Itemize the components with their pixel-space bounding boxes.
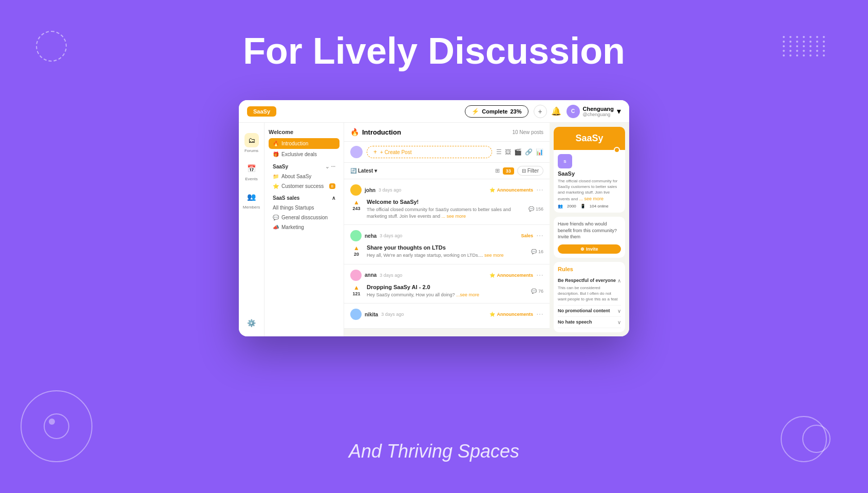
upvote-neha[interactable]: ▲ [353,244,360,252]
invite-button[interactable]: ⊕ Invite [558,244,621,254]
user-menu[interactable]: C Chenguang @chenguang ▾ [567,105,621,118]
author-john: john [365,187,375,193]
rule-header-1[interactable]: No promotional content ∨ [558,308,621,314]
page-subtitle: And Thriving Spaces [0,441,868,462]
add-button[interactable]: + [534,105,547,118]
post-item-anna: anna 3 days ago ⭐ Announcements ⋯ ▲ 121 … [344,264,550,304]
latest-label: Latest [358,168,373,174]
post-title-john: Welcome to SaaSy! [367,199,524,205]
sidebar: Welcome 🔥 Introduction 🎁 Exclusive deals… [265,123,344,336]
chevron-icon[interactable]: ⌄ [325,164,329,169]
events-icon: 📅 [244,161,259,176]
members-count: 2000 [567,204,576,208]
create-post-label: + Create Post [380,149,411,155]
sidebar-item-members[interactable]: 👥 Members [239,185,264,214]
navbar-brand: SaaSy [247,106,276,117]
community-avatar-area: S [554,150,625,170]
rule-header-2[interactable]: No hate speech ∨ [558,319,621,325]
sidebar-item-events[interactable]: 📅 Events [239,157,264,185]
post-menu-john[interactable]: ⋯ [536,186,543,194]
community-see-more[interactable]: ... see more [579,196,603,201]
votes-neha: ▲ 20 [350,244,363,259]
time-neha: 3 days ago [380,233,402,238]
upvote-john[interactable]: ▲ [353,199,360,206]
intro-icon: 🔥 [273,141,279,146]
saasy-section-title: SaaSy [273,164,288,169]
customer-success-link[interactable]: ⭐ Customer success 8 [269,181,339,191]
link-icon[interactable]: 🔗 [525,148,533,156]
sidebar-exclusive[interactable]: 🎁 Exclusive deals [269,149,339,160]
marketing-link[interactable]: 📣 Marketing [269,222,339,232]
sidebar-item-forums[interactable]: 🗂 Forums [239,129,264,157]
invite-card: Have friends who would benefit from this… [554,217,625,258]
about-saasy-link[interactable]: 📁 About SaaSy [269,172,339,181]
tag-icon-john: ⭐ [489,187,495,193]
latest-button[interactable]: 🔄 Latest ▾ [350,168,377,174]
author-anna: anna [365,272,376,278]
post-menu-anna[interactable]: ⋯ [536,271,543,279]
marketing-icon: 📣 [273,224,279,230]
list-icon[interactable]: ☰ [496,148,502,156]
app-window: SaaSy ⚡ Complete 23% + 🔔 C Chenguang @ch… [239,100,629,336]
upvote-anna[interactable]: ▲ [353,284,360,291]
post-meta-anna: anna 3 days ago ⭐ Announcements ⋯ [350,270,543,281]
post-title-neha: Share your thoughts on LTDs [367,244,527,251]
rule-header-0[interactable]: Be Respectful of everyone ∧ [558,278,621,283]
general-link[interactable]: 💬 General disscussion [269,213,339,222]
settings-icon[interactable]: ⚙️ [244,316,259,330]
author-neha: neha [365,233,376,239]
right-panel: SaaSy S SaaSy The official closed commun… [550,123,629,336]
video-icon[interactable]: 🎬 [514,148,522,156]
post-text-john: Welcome to SaaSy! The official closed co… [367,199,524,219]
rule-name-0: Be Respectful of everyone [558,278,616,283]
chevron-down: ▾ [374,168,377,174]
post-menu-neha[interactable]: ⋯ [536,232,543,240]
banner-dot [614,147,620,153]
rule-name-2: No hate speech [558,319,592,325]
rule-name-1: No promotional content [558,308,610,313]
tag-label-anna: Announcements [497,273,533,278]
community-banner: SaaSy [554,127,625,150]
post-excerpt-john: The official closed community for SaaSy … [367,206,524,219]
members-label: Members [243,205,260,210]
complete-button[interactable]: ⚡ Complete 23% [465,105,528,118]
image-icon[interactable]: 🖼 [505,148,511,156]
online-icon: 📱 [580,204,586,208]
comments-john: 💬 156 [529,199,543,219]
tag-nikita: ⭐ Announcements [489,312,533,317]
sidebar-intro[interactable]: 🔥 Introduction [269,138,339,149]
customer-success-badge: 8 [329,183,335,189]
author-nikita: nikita [365,312,378,317]
fire-icon: 🔥 [350,128,359,136]
see-more-neha[interactable]: see more [484,253,504,258]
chart-icon[interactable]: 📊 [536,148,543,156]
votes-anna: ▲ 121 [350,284,363,298]
general-label: General disscussion [281,215,328,220]
time-john: 3 days ago [379,187,401,193]
see-more-john[interactable]: ... see more [441,214,466,219]
grid-icon[interactable]: ⊞ [495,167,500,174]
events-label: Events [245,177,257,181]
more-icon[interactable]: ··· [331,164,335,169]
tag-anna: ⭐ Announcements [489,273,533,278]
rule-chevron-2: ∨ [617,319,621,325]
bell-icon[interactable]: 🔔 [551,106,561,116]
post-item-neha: neha 3 days ago Sales ⋯ ▲ 20 Share your … [344,225,550,264]
tag-label-nikita: Announcements [497,312,533,317]
filter-button[interactable]: ⊟ Filter [517,166,543,176]
community-banner-title: SaaSy [575,133,603,144]
post-meta-neha: neha 3 days ago Sales ⋯ [350,230,543,241]
sales-section: SaaS sales ∧ [269,191,339,203]
filter-count: 33 [503,167,514,175]
username: Chenguang [583,106,614,112]
post-menu-nikita[interactable]: ⋯ [536,310,543,318]
create-post-button[interactable]: + + Create Post [367,146,492,158]
collapse-icon[interactable]: ∧ [332,195,335,201]
rule-item-0: Be Respectful of everyone ∧ This can be … [558,275,621,306]
decorative-circle-top-left [36,31,67,62]
see-more-anna[interactable]: ...see more [456,292,479,297]
startups-link[interactable]: All things Startups [269,203,339,213]
post-item-john: john 3 days ago ⭐ Announcements ⋯ ▲ 243 … [344,179,550,225]
star-icon: ⭐ [273,183,279,189]
deals-icon: 🎁 [273,151,279,157]
